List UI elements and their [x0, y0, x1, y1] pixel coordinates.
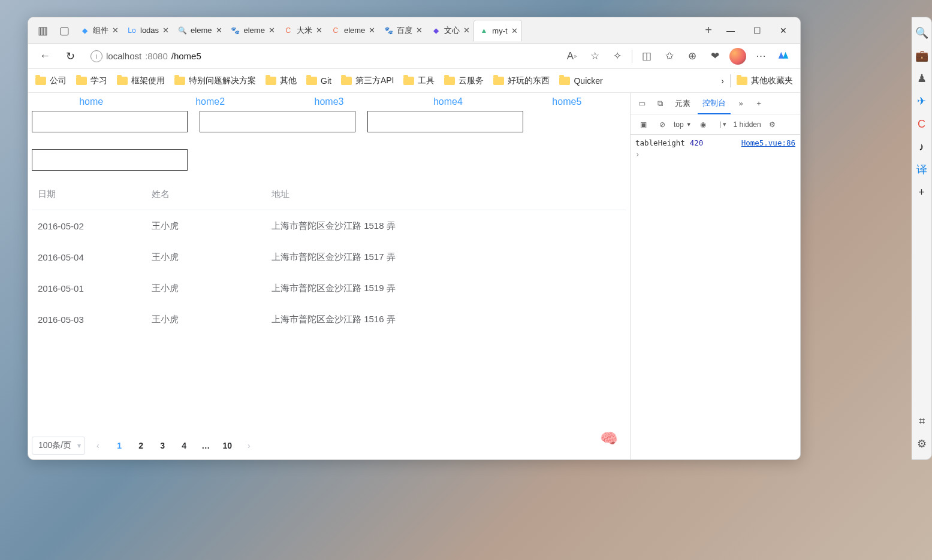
page-next[interactable]: ›: [240, 437, 258, 455]
nav-link-home3[interactable]: home3: [270, 95, 388, 108]
inspect-icon[interactable]: ▭: [634, 99, 650, 108]
sidebar-app-0[interactable]: 🔍: [915, 26, 929, 40]
favorite-icon[interactable]: ☆: [585, 47, 604, 66]
tab-close-icon[interactable]: ✕: [112, 26, 119, 35]
tab-actions-icon[interactable]: ▥: [32, 24, 53, 37]
bookmark-item-3[interactable]: 特别问题解决方案: [174, 75, 256, 86]
bookmark-overflow-chevron[interactable]: ›: [721, 76, 724, 86]
tab-console[interactable]: 控制台: [698, 93, 731, 114]
edge-sidebar: 🔍💼♟✈C♪译+ ⌗⚙: [912, 17, 932, 460]
text-input-2[interactable]: [200, 111, 355, 132]
tab-close-icon[interactable]: ✕: [463, 26, 470, 35]
sidebar-app-7[interactable]: +: [915, 185, 929, 199]
bookmark-item-4[interactable]: 其他: [266, 75, 297, 86]
favorites-bar-icon[interactable]: ✩: [660, 47, 679, 66]
clear-console-icon[interactable]: ⊘: [654, 120, 670, 129]
table-header-row: 日期 姓名 地址: [32, 179, 626, 210]
extensions-icon[interactable]: ✧: [608, 47, 627, 66]
split-screen-icon[interactable]: ◫: [637, 47, 656, 66]
workspace-icon[interactable]: ▢: [53, 24, 75, 37]
sidebar-app-4[interactable]: C: [915, 117, 929, 131]
browser-tab-6[interactable]: 🐾百度✕: [379, 20, 426, 41]
bookmark-item-8[interactable]: 云服务: [444, 75, 484, 86]
tab-close-icon[interactable]: ✕: [216, 26, 222, 35]
page-number-2[interactable]: 2: [132, 437, 150, 455]
page-size-select[interactable]: 100条/页: [32, 437, 85, 455]
text-input-3[interactable]: [367, 111, 523, 132]
filter-icon[interactable]: ❘▾: [714, 120, 730, 128]
assistant-brain-icon[interactable]: 🧠: [600, 429, 618, 447]
address-bar[interactable]: i localhost:8080/home5: [86, 47, 556, 66]
reload-button[interactable]: ↻: [61, 47, 80, 66]
page-number-3[interactable]: 3: [153, 437, 171, 455]
tab-close-icon[interactable]: ✕: [269, 26, 275, 35]
browser-tab-7[interactable]: ◆文心✕: [426, 20, 473, 41]
back-button[interactable]: ←: [35, 47, 55, 66]
bookmark-item-7[interactable]: 工具: [403, 75, 435, 86]
browser-tab-0[interactable]: ◆组件✕: [75, 20, 122, 41]
bookmark-item-9[interactable]: 好玩的东西: [493, 75, 550, 86]
tab-close-icon[interactable]: ✕: [369, 26, 375, 35]
browser-tab-5[interactable]: Celeme✕: [326, 20, 379, 41]
performance-icon[interactable]: ❤: [705, 47, 725, 66]
sidebar-app-5[interactable]: ♪: [915, 140, 929, 154]
log-source-link[interactable]: Home5.vue:86: [741, 138, 795, 147]
more-icon[interactable]: ⋯: [751, 47, 770, 66]
bookmark-item-6[interactable]: 第三方API: [341, 75, 394, 86]
read-aloud-icon[interactable]: A»: [562, 47, 581, 66]
tab-elements[interactable]: 元素: [670, 93, 695, 114]
tab-close-icon[interactable]: ✕: [416, 26, 423, 35]
browser-tab-3[interactable]: 🐾eleme✕: [226, 20, 279, 41]
device-toggle-icon[interactable]: ⧉: [652, 99, 668, 108]
sidebar-bottom-1[interactable]: ⚙: [915, 437, 929, 451]
live-expression-icon[interactable]: ◉: [695, 120, 711, 129]
close-window-button[interactable]: ✕: [770, 20, 797, 41]
bookmark-item-1[interactable]: 学习: [76, 75, 107, 86]
nav-link-home[interactable]: home: [32, 95, 150, 108]
page-number-10[interactable]: 10: [218, 437, 236, 455]
cell-name: 王小虎: [152, 252, 272, 263]
sidebar-app-3[interactable]: ✈: [915, 94, 929, 108]
sidebar-app-1[interactable]: 💼: [915, 49, 929, 63]
collections-icon[interactable]: ⊕: [683, 47, 702, 66]
new-tab-button[interactable]: +: [699, 23, 717, 37]
bookmark-item-0[interactable]: 公司: [35, 75, 67, 86]
url-host: localhost: [106, 51, 141, 61]
tab-close-icon[interactable]: ✕: [511, 26, 518, 35]
profile-avatar[interactable]: [728, 47, 747, 66]
site-info-icon[interactable]: i: [91, 50, 102, 62]
scope-select[interactable]: top ▼: [674, 120, 692, 129]
text-input-4[interactable]: [32, 149, 188, 171]
page-prev[interactable]: ‹: [89, 437, 107, 455]
nav-link-home5[interactable]: home5: [508, 95, 626, 108]
page-number-…[interactable]: …: [197, 437, 215, 455]
text-input-1[interactable]: [32, 111, 188, 132]
tab-close-icon[interactable]: ✕: [316, 26, 322, 35]
sidebar-app-2[interactable]: ♟: [915, 71, 929, 86]
nav-link-home4[interactable]: home4: [388, 95, 507, 108]
bookmark-other-folder[interactable]: 其他收藏夹: [737, 75, 793, 86]
nav-link-home2[interactable]: home2: [150, 95, 269, 108]
browser-tab-2[interactable]: 🔍eleme✕: [173, 20, 225, 41]
add-tab-icon[interactable]: +: [751, 99, 767, 108]
folder-icon: [117, 77, 128, 85]
more-tabs-icon[interactable]: »: [733, 99, 749, 108]
page-number-1[interactable]: 1: [110, 437, 128, 455]
browser-tab-1[interactable]: Lolodas✕: [122, 20, 173, 41]
bookmark-item-10[interactable]: Quicker: [559, 76, 602, 86]
sidebar-app-6[interactable]: 译: [915, 162, 929, 177]
sidebar-bottom-0[interactable]: ⌗: [915, 414, 929, 428]
cell-addr: 上海市普陀区金沙江路 1518 弄: [272, 220, 626, 232]
tab-close-icon[interactable]: ✕: [162, 26, 169, 35]
page-number-4[interactable]: 4: [175, 437, 193, 455]
browser-tab-8[interactable]: ▲my-t✕: [473, 20, 521, 41]
bookmark-item-5[interactable]: Git: [306, 76, 331, 86]
copilot-icon[interactable]: [774, 47, 793, 66]
bookmark-item-2[interactable]: 框架使用: [117, 75, 165, 86]
console-settings-icon[interactable]: ⚙: [765, 120, 780, 129]
browser-tab-4[interactable]: C大米✕: [279, 20, 326, 41]
minimize-button[interactable]: —: [717, 20, 744, 41]
sidebar-toggle-icon[interactable]: ▣: [635, 120, 651, 129]
console-output[interactable]: tableHeight 420 Home5.vue:86 ›: [631, 135, 800, 459]
maximize-button[interactable]: ☐: [744, 20, 770, 41]
